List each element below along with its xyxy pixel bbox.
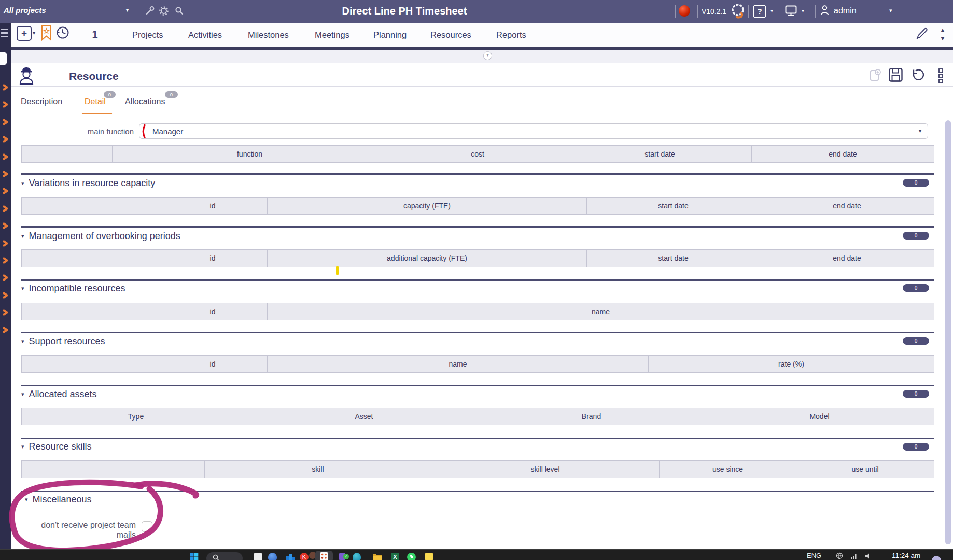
section-title-incompatible[interactable]: ▾Incompatible resources xyxy=(21,283,125,294)
add-button[interactable]: + xyxy=(17,26,32,41)
sidebar-chevron-icon[interactable] xyxy=(2,118,9,128)
column-header: id xyxy=(158,197,268,215)
variations-table: id capacity (FTE) start date end date xyxy=(21,197,934,215)
save-icon[interactable] xyxy=(889,68,903,85)
tab-allocations-badge: 0 xyxy=(165,91,178,98)
column-header: Brand xyxy=(478,408,705,425)
collapse-triangle-icon: ▾ xyxy=(21,443,24,450)
user-caret-icon[interactable]: ▾ xyxy=(889,7,892,14)
user-icon[interactable] xyxy=(820,5,830,19)
view-number-button[interactable]: 1 xyxy=(89,29,101,40)
nav-item-projects[interactable]: Projects xyxy=(132,30,163,40)
version-label: V10.2.1 xyxy=(702,7,726,16)
windows-start-icon[interactable] xyxy=(190,553,199,560)
sidebar-chevron-icon[interactable] xyxy=(2,205,9,215)
sidebar-chevron-icon[interactable] xyxy=(2,222,9,232)
undo-icon[interactable] xyxy=(910,68,924,85)
calendar-app-icon[interactable] xyxy=(268,553,277,560)
sticky-notes-icon[interactable] xyxy=(425,553,433,560)
section-title-support[interactable]: ▾Support resources xyxy=(21,335,105,347)
sidebar-chevron-icon[interactable] xyxy=(2,257,9,267)
sidebar-chevron-icon[interactable] xyxy=(2,274,9,284)
whatsapp-icon[interactable] xyxy=(407,553,416,560)
section-title-skills[interactable]: ▾Resource skills xyxy=(21,441,92,452)
globe-icon[interactable] xyxy=(836,552,843,560)
wrench-icon[interactable] xyxy=(145,6,155,18)
main-function-caret-icon[interactable]: ▾ xyxy=(919,128,921,134)
section-title-overbooking[interactable]: ▾Management of overbooking periods xyxy=(21,230,180,242)
search-icon[interactable] xyxy=(174,6,185,18)
taskbar-search[interactable] xyxy=(206,552,243,560)
history-icon[interactable] xyxy=(55,25,70,42)
excel-icon[interactable]: X xyxy=(391,553,399,560)
sidebar-chevron-icon[interactable] xyxy=(2,240,9,249)
notification-dot-icon[interactable] xyxy=(932,556,941,560)
teal-app-icon[interactable] xyxy=(353,553,361,560)
vertical-scrollbar[interactable] xyxy=(945,120,951,544)
column-header: Model xyxy=(705,408,934,425)
column-header: cost xyxy=(387,145,568,163)
sidebar-chevron-icon[interactable] xyxy=(2,326,9,336)
nav-item-resources[interactable]: Resources xyxy=(430,30,471,40)
monitor-icon[interactable] xyxy=(785,5,797,19)
k-app-icon[interactable]: K xyxy=(300,553,309,560)
speaker-icon[interactable] xyxy=(865,552,872,560)
column-header: end date xyxy=(760,249,934,267)
window-title: Direct Line PH Timesheet xyxy=(306,5,503,17)
sidebar-chevron-icon[interactable] xyxy=(2,153,9,163)
active-app-highlight[interactable] xyxy=(315,551,333,560)
help-caret-icon[interactable]: ▾ xyxy=(770,8,773,13)
document-app-icon[interactable] xyxy=(254,553,262,560)
sidebar-chevron-icon[interactable] xyxy=(2,135,9,145)
menu-icon[interactable] xyxy=(1,29,8,30)
nav-item-reports[interactable]: Reports xyxy=(496,30,526,40)
sidebar-active-tab-pill[interactable] xyxy=(0,52,7,65)
main-function-select[interactable]: Manager ▾ xyxy=(139,123,928,139)
tab-allocations[interactable]: Allocations xyxy=(125,97,165,106)
section-title-miscellaneous[interactable]: ▾Miscellaneous xyxy=(25,494,92,505)
tab-detail[interactable]: Detail xyxy=(85,97,106,106)
column-header: additional capacity (FTE) xyxy=(268,249,587,267)
bookmark-star-icon[interactable] xyxy=(40,25,53,44)
chart-app-icon[interactable] xyxy=(286,553,295,560)
column-header: start date xyxy=(568,145,752,163)
wifi-icon[interactable] xyxy=(850,553,858,560)
user-name[interactable]: admin xyxy=(834,6,857,16)
column-header xyxy=(21,303,158,320)
language-indicator[interactable]: ENG xyxy=(807,552,821,559)
edit-pencil-icon[interactable] xyxy=(915,26,929,43)
nav-item-meetings[interactable]: Meetings xyxy=(315,30,349,40)
nav-item-planning[interactable]: Planning xyxy=(373,30,407,40)
sidebar-chevron-icon[interactable] xyxy=(2,309,9,318)
gear-icon[interactable] xyxy=(159,6,169,18)
scroll-down-icon[interactable]: ▼ xyxy=(940,35,946,42)
collapse-triangle-icon: ▾ xyxy=(21,233,24,239)
check-badge-icon: ✓ xyxy=(343,554,349,559)
sidebar-chevron-icon[interactable] xyxy=(2,170,9,180)
status-indicator-dot xyxy=(679,5,690,17)
section-title-assets[interactable]: ▾Allocated assets xyxy=(21,388,97,400)
section-title-variations[interactable]: ▾Variations in resource capacity xyxy=(21,177,155,189)
monitor-caret-icon[interactable]: ▾ xyxy=(802,8,804,13)
folder-icon[interactable] xyxy=(372,553,382,560)
column-header: rate (%) xyxy=(649,355,934,373)
nav-item-milestones[interactable]: Milestones xyxy=(248,30,289,40)
project-selector[interactable]: All projects xyxy=(4,6,46,15)
help-button[interactable]: ? xyxy=(753,5,766,18)
clock-time[interactable]: 11:24 am xyxy=(892,552,920,559)
kebab-menu-icon[interactable] xyxy=(938,68,944,86)
attach-document-icon[interactable] xyxy=(869,67,882,85)
sidebar-chevron-icon[interactable] xyxy=(2,101,9,110)
add-caret-icon[interactable]: ▾ xyxy=(33,30,35,36)
sidebar-chevron-icon[interactable] xyxy=(2,83,9,93)
tab-description[interactable]: Description xyxy=(21,97,62,106)
collapse-panel-toggle-icon[interactable]: ▾ xyxy=(483,51,492,60)
sidebar-chevron-icon[interactable] xyxy=(2,291,9,301)
sidebar-chevron-icon[interactable] xyxy=(2,187,9,197)
project-selector-caret-icon[interactable]: ▾ xyxy=(126,7,129,13)
text-cursor-mark xyxy=(336,266,339,275)
nav-item-activities[interactable]: Activities xyxy=(188,30,222,40)
scroll-up-icon[interactable]: ▲ xyxy=(940,26,946,34)
overbooking-table: id additional capacity (FTE) start date … xyxy=(21,249,934,267)
project-team-mails-checkbox[interactable] xyxy=(142,521,152,532)
